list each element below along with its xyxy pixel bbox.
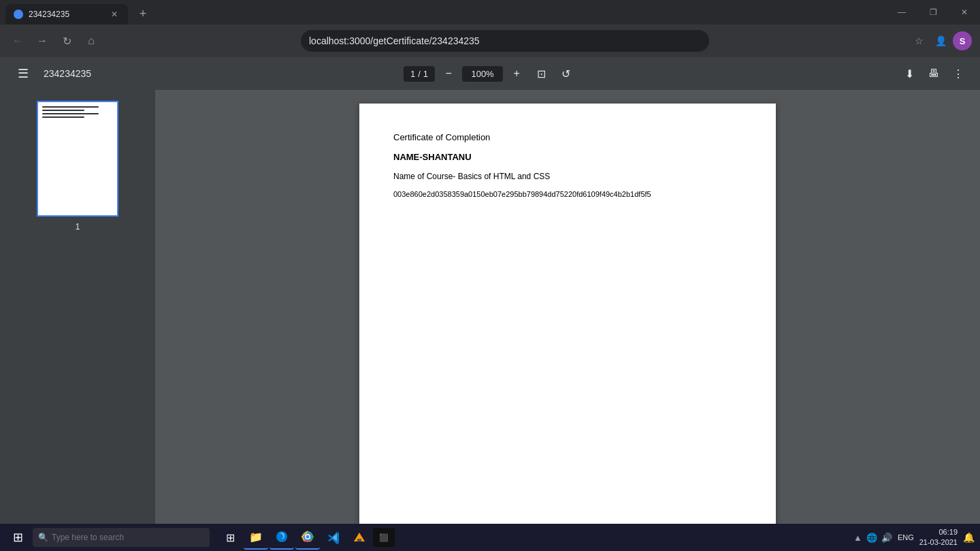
terminal-button[interactable]: ⬛ (373, 528, 395, 547)
thumb-line-2 (42, 110, 84, 111)
more-options-button[interactable]: ⋮ (947, 63, 969, 84)
pdf-title: 234234235 (44, 68, 91, 79)
rotate-button[interactable]: ↺ (555, 63, 576, 84)
notification-button[interactable]: 🔔 (963, 532, 975, 543)
language-indicator[interactable]: ENG (898, 533, 914, 541)
taskbar-apps: ⊞ 📁 (218, 525, 395, 550)
taskbar: ⊞ 🔍 ⊞ 📁 (0, 524, 980, 551)
tab-favicon (14, 10, 23, 19)
vscode-icon (327, 531, 340, 544)
file-explorer-button[interactable]: 📁 (244, 525, 268, 550)
certificate-name: NAME-SHANTANU (393, 151, 742, 165)
pdf-page: Certificate of Completion NAME-SHANTANU … (359, 104, 776, 524)
zoom-input[interactable] (462, 66, 503, 82)
download-button[interactable]: ⬇ (898, 63, 920, 84)
thumbnail-content (42, 106, 113, 120)
svg-rect-4 (357, 539, 361, 541)
network-icon[interactable]: 🌐 (866, 533, 877, 543)
home-button[interactable]: ⌂ (82, 31, 101, 50)
window-controls: — ❐ ✕ (886, 0, 980, 25)
address-input[interactable] (301, 30, 709, 52)
address-right-controls: ☆ 👤 S (909, 31, 972, 50)
svg-point-2 (306, 535, 310, 539)
certificate-hash: 003e860e2d0358359a0150eb07e295bb79894dd7… (393, 189, 742, 201)
page-current: 1 (410, 69, 415, 79)
pdf-thumbnail[interactable] (37, 101, 118, 217)
pdf-content-area: Certificate of Completion NAME-SHANTANU … (155, 90, 980, 524)
reload-button[interactable]: ↻ (57, 31, 76, 50)
zoom-out-button[interactable]: − (438, 63, 459, 84)
vlc-button[interactable] (347, 525, 372, 550)
taskbar-date: 21-03-2021 (919, 537, 958, 548)
up-arrow-icon[interactable]: ▲ (853, 533, 862, 543)
active-tab[interactable]: 234234235 ✕ (5, 4, 128, 25)
thumbnail-page-number: 1 (76, 222, 80, 232)
main-area: 1 Certificate of Completion NAME-SHANTAN… (0, 90, 980, 524)
search-wrap: 🔍 (33, 528, 210, 547)
maximize-button[interactable]: ❐ (917, 0, 949, 25)
address-bar: ← → ↻ ⌂ ☆ 👤 S (0, 25, 980, 57)
edge-button[interactable] (270, 525, 294, 550)
page-separator: / (418, 69, 421, 79)
forward-button[interactable]: → (33, 31, 52, 50)
edge-icon (275, 530, 289, 544)
thumb-line-4 (42, 116, 84, 118)
pdf-menu-button[interactable]: ☰ (11, 61, 35, 86)
vlc-icon (353, 531, 366, 544)
start-button[interactable]: ⊞ (5, 525, 30, 550)
taskbar-datetime[interactable]: 06:19 21-03-2021 (919, 527, 958, 548)
taskbar-time: 06:19 (919, 527, 958, 537)
close-button[interactable]: ✕ (949, 0, 980, 25)
pdf-toolbar: ☰ 234234235 1 / 1 − + ⊡ ↺ ⬇ 🖶 ⋮ (0, 57, 980, 90)
back-button[interactable]: ← (8, 31, 27, 50)
account-button[interactable]: 👤 (931, 31, 950, 50)
tab-title: 234234235 (29, 10, 103, 19)
pdf-controls: 1 / 1 − + ⊡ ↺ (404, 63, 576, 84)
taskbar-search-input[interactable] (33, 528, 210, 547)
zoom-in-button[interactable]: + (506, 63, 527, 84)
profile-avatar[interactable]: S (953, 31, 972, 50)
pdf-sidebar: 1 (0, 90, 155, 524)
fit-page-button[interactable]: ⊡ (530, 63, 552, 84)
chrome-button[interactable] (295, 525, 320, 550)
thumb-line-1 (42, 106, 99, 108)
new-tab-button[interactable]: + (133, 4, 152, 23)
tab-bar: 234234235 ✕ + — ❐ ✕ (0, 0, 980, 25)
pdf-page-display: 1 / 1 (404, 66, 435, 82)
certificate-title: Certificate of Completion (393, 131, 742, 145)
page-total: 1 (423, 69, 428, 79)
tab-close-button[interactable]: ✕ (109, 9, 120, 20)
bookmark-button[interactable]: ☆ (909, 31, 928, 50)
thumb-line-3 (42, 113, 99, 114)
chrome-icon (301, 530, 314, 544)
pdf-right-controls: ⬇ 🖶 ⋮ (898, 63, 969, 84)
volume-icon[interactable]: 🔊 (881, 533, 892, 543)
certificate-course: Name of Course- Basics of HTML and CSS (393, 170, 742, 183)
taskbar-right: ▲ 🌐 🔊 ENG 06:19 21-03-2021 🔔 (853, 527, 975, 548)
print-button[interactable]: 🖶 (923, 63, 945, 84)
taskbar-icons: ▲ 🌐 🔊 (853, 533, 892, 543)
vscode-button[interactable] (321, 525, 346, 550)
minimize-button[interactable]: — (886, 0, 917, 25)
task-view-button[interactable]: ⊞ (218, 525, 242, 550)
